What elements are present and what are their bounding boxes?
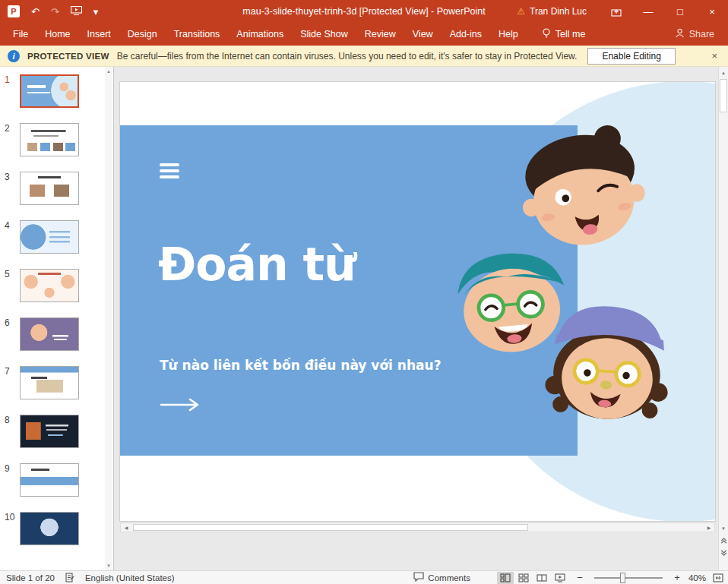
slide-number: 9 (5, 463, 20, 497)
maximize-button[interactable]: □ (664, 0, 696, 23)
slide-canvas[interactable]: Đoán từ Từ nào liên kết bốn điều này với… (120, 82, 715, 521)
tab-home[interactable]: Home (36, 23, 78, 46)
tell-me-box[interactable]: Tell me (533, 28, 595, 41)
vertical-scrollbar-thumb[interactable] (720, 79, 727, 112)
horizontal-scrollbar-thumb[interactable] (133, 524, 528, 531)
slideshow-view-icon[interactable] (552, 572, 568, 584)
zoom-in-button[interactable]: + (673, 572, 682, 583)
tab-help[interactable]: Help (490, 23, 527, 46)
slide-thumbnail-6[interactable] (20, 317, 79, 351)
thumbnail-pane-scrollbar[interactable]: ▲ ▼ (105, 67, 112, 570)
zoom-out-button[interactable]: − (575, 572, 584, 583)
scroll-left-icon[interactable]: ◀ (121, 523, 131, 532)
message-bar-close-icon[interactable]: × (711, 50, 717, 62)
customize-qat-dropdown-icon[interactable]: ▾ (93, 7, 99, 17)
slide-number: 8 (5, 415, 20, 448)
fit-slide-to-window-icon[interactable] (713, 573, 723, 582)
lightbulb-icon (542, 28, 551, 41)
next-slide-icon[interactable] (719, 547, 728, 558)
ribbon-tab-bar: File Home Insert Design Transitions Anim… (0, 23, 728, 46)
undo-icon[interactable]: ↶ (31, 7, 40, 17)
status-bar-left: Slide 1 of 20 English (United States) (0, 573, 175, 582)
zoom-level[interactable]: 40% (688, 573, 706, 582)
ribbon-display-options-icon[interactable] (600, 0, 632, 23)
slide-number: 7 (5, 366, 20, 399)
thumbnail-row: 7 (5, 366, 113, 399)
account-warning-icon: ⚠ (517, 6, 525, 17)
thumbnail-art (21, 367, 78, 399)
slide-number: 3 (5, 172, 20, 205)
minimize-button[interactable]: — (632, 0, 664, 23)
workspace: 1 2 3 4 5 6 7 (0, 67, 728, 570)
tab-file[interactable]: File (5, 23, 36, 46)
face-illustration-purple-cap-glasses (528, 295, 689, 439)
slide-thumbnail-2[interactable] (20, 123, 79, 156)
horizontal-scrollbar[interactable]: ◀ ▶ (120, 522, 715, 532)
account-area[interactable]: ⚠ Tran Dinh Luc (517, 6, 587, 17)
tab-slide-show[interactable]: Slide Show (292, 23, 356, 46)
previous-slide-icon[interactable] (719, 535, 728, 546)
slide-title[interactable]: Đoán từ (158, 238, 356, 291)
powerpoint-app-icon[interactable]: P (8, 5, 20, 17)
share-button[interactable]: Share (675, 28, 728, 40)
slide-sorter-view-icon[interactable] (515, 572, 532, 584)
slide-indicator: Slide 1 of 20 (6, 573, 55, 582)
thumbnail-art (21, 464, 78, 496)
redo-icon[interactable]: ↷ (51, 7, 59, 17)
slide-thumbnail-5[interactable] (20, 269, 79, 302)
vertical-scrollbar[interactable]: ▲ ▼ (718, 67, 728, 570)
slide-thumbnail-4[interactable] (20, 220, 79, 254)
comment-bubble-icon (413, 572, 424, 583)
account-name: Tran Dinh Luc (530, 6, 587, 17)
language-indicator[interactable]: English (United States) (85, 573, 175, 582)
start-slideshow-icon[interactable] (71, 6, 82, 17)
proofing-icon[interactable] (65, 573, 74, 582)
slide-thumbnail-pane: 1 2 3 4 5 6 7 (0, 67, 114, 570)
slide-thumbnail-7[interactable] (20, 366, 79, 399)
person-icon (675, 28, 685, 40)
slide-thumbnail-3[interactable] (20, 172, 79, 205)
zoom-slider-thumb[interactable] (620, 573, 625, 583)
status-bar: Slide 1 of 20 English (United States) Co… (0, 570, 728, 584)
slide-number: 2 (5, 123, 20, 156)
comments-button[interactable]: Comments (413, 572, 470, 583)
tab-animations[interactable]: Animations (228, 23, 292, 46)
tab-insert[interactable]: Insert (79, 23, 119, 46)
scroll-up-icon[interactable]: ▲ (719, 67, 728, 78)
slide-thumbnail-8[interactable] (20, 415, 79, 448)
hamburger-menu-icon (160, 163, 179, 182)
scroll-down-icon[interactable]: ▼ (106, 563, 111, 568)
title-bar-right: ⚠ Tran Dinh Luc — □ × (517, 0, 728, 23)
thumbnail-row: 1 (5, 74, 113, 108)
slide-number: 6 (5, 317, 20, 351)
slide-thumbnail-10[interactable] (20, 512, 79, 545)
comments-label: Comments (428, 573, 470, 582)
powerpoint-window: P ↶ ↷ ▾ mau-3-slide-thuyet-trinh-3d [Pro… (0, 0, 728, 584)
tab-design[interactable]: Design (119, 23, 166, 46)
thumbnail-row: 10 (5, 512, 113, 545)
tab-transitions[interactable]: Transitions (166, 23, 229, 46)
arrow-right-icon (160, 397, 202, 415)
tab-view[interactable]: View (404, 23, 442, 46)
title-bar: P ↶ ↷ ▾ mau-3-slide-thuyet-trinh-3d [Pro… (0, 0, 728, 23)
thumbnail-art (21, 513, 78, 545)
scroll-right-icon[interactable]: ▶ (704, 523, 714, 532)
reading-view-icon[interactable] (533, 572, 550, 584)
close-button[interactable]: × (696, 0, 728, 23)
thumbnail-art (21, 270, 78, 301)
tab-add-ins[interactable]: Add-ins (442, 23, 490, 46)
normal-view-icon[interactable] (497, 572, 514, 584)
slide-thumbnail-9[interactable] (20, 463, 79, 497)
quick-access-toolbar: P ↶ ↷ ▾ (0, 5, 98, 17)
thumbnail-art (21, 221, 78, 253)
status-bar-right: Comments − + 40% (413, 572, 728, 584)
thumbnail-art (21, 172, 78, 204)
slide-subtitle[interactable]: Từ nào liên kết bốn điều này với nhau? (160, 358, 442, 373)
enable-editing-button[interactable]: Enable Editing (587, 48, 675, 65)
tab-review[interactable]: Review (356, 23, 404, 46)
slide-thumbnail-1[interactable] (20, 74, 79, 108)
protected-view-badge: PROTECTED VIEW (27, 52, 109, 61)
scroll-down-icon[interactable]: ▼ (719, 522, 728, 534)
scroll-up-icon[interactable]: ▲ (106, 69, 111, 74)
zoom-slider[interactable] (594, 577, 663, 579)
